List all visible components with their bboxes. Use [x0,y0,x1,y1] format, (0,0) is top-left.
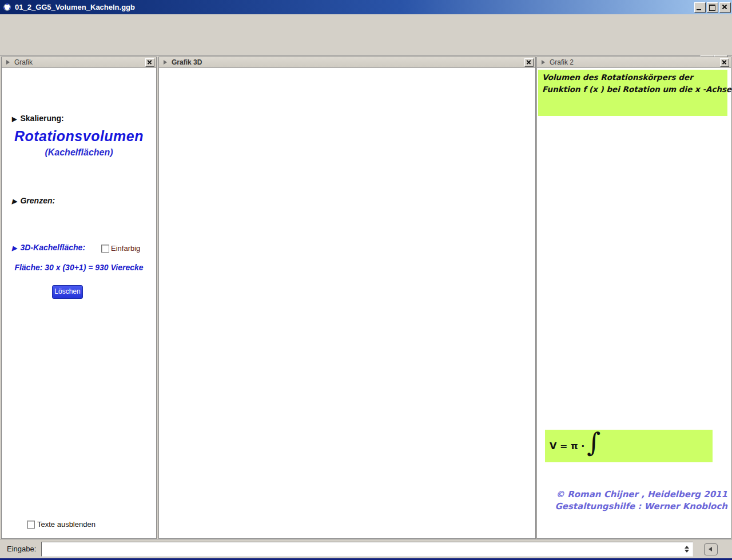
algebra-input[interactable] [41,542,693,557]
title-bar[interactable]: 01_2_GG5_Volumen_Kacheln.ggb [0,0,732,14]
credit-line-1: © Roman Chijner , Heidelberg 2011 [543,489,727,499]
minimize-button[interactable] [694,2,706,13]
toolbar: Bewege Wähle oder ziehe ein Objekt (Esc)… [0,27,732,56]
texte-ausblenden-checkbox[interactable] [27,521,35,529]
volume-formula-box: V = π · ∫ [545,430,713,462]
integral-sign: ∫ [587,427,600,458]
panel-grafik-2: Grafik 2 [536,57,731,539]
loeschen-button[interactable]: Löschen [52,285,83,299]
window-title: 01_2_GG5_Volumen_Kacheln.ggb [15,3,135,11]
panel-close-button[interactable] [145,58,154,67]
input-history-down-icon[interactable] [685,550,689,553]
panel-close-button[interactable] [524,58,534,67]
geogebra-logo-icon [3,3,11,11]
panel-grafik3d-title: Grafik 3D [172,58,202,66]
info-line-2: Funktion f (x ) bei Rotation um die x -A… [542,85,727,94]
input-history-up-icon[interactable] [685,546,689,549]
integral-construct: ∫ [586,431,608,462]
panel-grafik3d-header[interactable]: Grafik 3D [159,57,535,68]
collapse-icon[interactable] [6,60,10,65]
panel-grafik-header[interactable]: Grafik [2,57,156,68]
worksheet-subtitle: (Kachelflächen) [2,147,156,158]
einfarbig-label: Einfarbig [111,244,140,253]
left-triangle-icon [709,547,712,551]
panel-grafik2-title: Grafik 2 [550,58,574,66]
panel-close-button[interactable] [720,58,729,67]
menu-bar [0,14,732,27]
credits: © Roman Chijner , Heidelberg 2011 Gestal… [543,489,727,513]
info-line-1: Volumen des Rotationskörpers der [542,73,727,82]
volume-prefix: V = π · [550,441,584,451]
app-window: 01_2_GG5_Volumen_Kacheln.ggb Bewege Wähl… [0,0,732,560]
worksheet-title: Rotationsvolumen [2,128,156,145]
input-bar: Eingabe: [0,539,732,558]
input-label: Eingabe: [7,545,36,553]
collapse-icon[interactable] [164,60,167,65]
grafik-content: Rotationsvolumen (Kachelflächen) ▶Skalie… [2,68,156,538]
credit-line-2: Gestaltungshilfe : Werner Knobloch [543,501,727,511]
collapse-icon[interactable] [542,60,545,65]
close-button[interactable] [719,2,731,13]
panel-grafik-3d: Grafik 3D [158,57,536,539]
panel-grafik-title: Grafik [14,58,33,66]
texte-ausblenden-label: Texte ausblenden [37,520,96,529]
rotation-solid-3d-view[interactable] [159,68,534,537]
panel-grafik: Grafik Rotationsvolumen (Kachelflächen) … [1,57,157,539]
info-box: Volumen des Rotationskörpers der Funktio… [538,70,727,116]
section-grenzen: ▶Grenzen: [12,196,55,205]
maximize-button[interactable] [707,2,718,13]
section-skalierung: ▶Skalierung: [12,114,64,123]
flaeche-text: Fläche: 30 x (30+1) = 930 Vierecke [2,263,156,272]
einfarbig-checkbox[interactable] [101,245,109,253]
function-graph [537,68,730,538]
panel-grafik2-header[interactable]: Grafik 2 [537,57,731,68]
input-help-toggle-button[interactable] [704,543,718,555]
section-kachelflaeche: ▶3D-Kachelfläche: [12,243,85,252]
